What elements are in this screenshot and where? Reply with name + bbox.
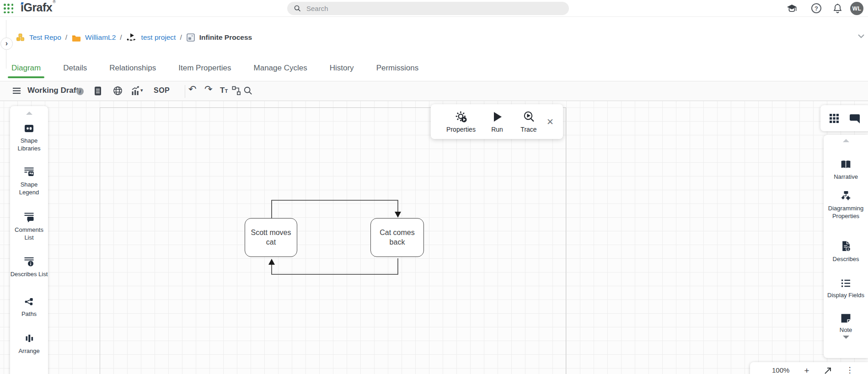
working-draft-label[interactable]: Working Draft (27, 86, 79, 95)
search-input[interactable] (306, 5, 553, 12)
paths-icon (24, 297, 35, 307)
chart-dropdown-caret-icon[interactable]: ▾ (140, 87, 143, 93)
play-icon (492, 111, 503, 123)
diagram-connectors[interactable] (0, 101, 868, 374)
item-tabs: Diagram Details Relationships Item Prope… (11, 55, 418, 81)
text-tool-icon[interactable]: TT (220, 86, 228, 95)
user-avatar[interactable]: WL (850, 2, 863, 15)
tab-history[interactable]: History (330, 55, 354, 81)
app-grid-icon[interactable] (4, 4, 14, 14)
registered-mark: ® (53, 0, 55, 4)
breadcrumb-project-link[interactable]: test project (141, 33, 176, 42)
diagram-canvas[interactable]: Scott moves cat Cat comes back Shape Lib… (0, 101, 868, 374)
breadcrumb-folder-link[interactable]: WilliamL2 (85, 33, 116, 42)
tab-diagram[interactable]: Diagram (11, 55, 41, 81)
display-fields-button[interactable]: Display Fields (827, 278, 864, 299)
folder-icon (71, 33, 81, 42)
shape-libraries-icon (23, 123, 35, 134)
statistics-chart-icon[interactable] (131, 86, 140, 96)
toolbar-separator (185, 85, 185, 98)
diagram-toolbar: Working Draft i ▾ SOP ↶ ↷ TT (0, 81, 868, 101)
connector-bottom (272, 258, 398, 274)
zoom-control-bar: 100% + ⋮ (750, 362, 868, 374)
comments-list-icon (23, 212, 35, 223)
breadcrumb-repo-link[interactable]: Test Repo (29, 33, 61, 42)
globe-icon[interactable] (113, 86, 123, 96)
fullscreen-icon[interactable] (824, 367, 832, 374)
document-icon[interactable] (94, 86, 102, 96)
arrange-icon (24, 333, 35, 344)
chevron-down-icon[interactable] (857, 33, 865, 39)
narrative-book-icon (840, 159, 852, 170)
academy-icon[interactable] (786, 3, 798, 14)
search-icon (294, 5, 301, 12)
diagramming-properties-button[interactable]: Diagramming Properties (824, 190, 868, 220)
tab-manage-cycles[interactable]: Manage Cycles (254, 55, 307, 81)
undo-icon[interactable]: ↶ (188, 84, 197, 95)
logo-text: iGrafx (21, 1, 52, 14)
info-icon[interactable]: i (76, 88, 84, 95)
scroll-up-icon[interactable] (843, 139, 849, 142)
comment-bubble-icon[interactable] (849, 113, 861, 124)
scroll-down-icon[interactable] (843, 336, 849, 339)
run-button[interactable]: Run (482, 111, 512, 133)
help-icon[interactable]: ? (811, 3, 821, 13)
describes-doc-icon (841, 240, 851, 252)
breadcrumb: Test Repo / WilliamL2 / test project / I… (16, 31, 252, 44)
sop-button[interactable]: SOP (154, 86, 170, 95)
tab-relationships[interactable]: Relationships (109, 55, 156, 81)
grid-view-icon[interactable] (829, 113, 840, 124)
arrange-button[interactable]: Arrange (18, 333, 39, 355)
connector-tool-icon[interactable] (231, 85, 241, 96)
comments-list-button[interactable]: Comments List (10, 212, 48, 241)
diagram-shape-scott-moves-cat[interactable]: Scott moves cat (245, 218, 297, 257)
note-icon (840, 313, 852, 323)
repository-icon (16, 33, 25, 42)
redo-icon: ↷ (204, 84, 213, 95)
tab-item-properties[interactable]: Item Properties (178, 55, 231, 81)
scroll-up-icon[interactable] (26, 112, 32, 115)
arrowhead-down (395, 212, 401, 218)
note-button[interactable]: Note (840, 313, 852, 334)
diagram-shape-cat-comes-back[interactable]: Cat comes back (370, 218, 424, 257)
global-search[interactable] (287, 2, 569, 15)
breadcrumb-separator: / (180, 33, 182, 42)
paths-button[interactable]: Paths (21, 297, 37, 318)
process-icon (186, 33, 195, 42)
display-fields-icon (840, 278, 852, 288)
left-tool-panel: Shape Libraries Shape Legend Comments Li… (10, 106, 48, 374)
project-icon (126, 32, 137, 43)
breadcrumb-current-item: Infinite Process (199, 33, 252, 42)
zoom-in-icon[interactable]: + (804, 366, 809, 374)
top-header: iGrafx® ? WL (0, 0, 868, 17)
describes-list-button[interactable]: Describes List (11, 256, 48, 278)
close-icon[interactable]: ✕ (547, 117, 554, 127)
right-tool-panel: Narrative Diagramming Properties Describ… (824, 135, 868, 358)
trace-magnifier-icon (523, 111, 535, 123)
breadcrumb-separator: / (120, 33, 122, 42)
find-shape-icon[interactable] (243, 86, 252, 95)
notifications-bell-icon[interactable] (832, 3, 843, 14)
describes-list-icon (23, 256, 35, 267)
arrowhead-up (268, 259, 275, 265)
connector-top (272, 200, 398, 218)
tab-details[interactable]: Details (63, 55, 87, 81)
gear-play-icon (455, 111, 467, 123)
zoom-level[interactable]: 100% (772, 366, 789, 374)
menu-icon[interactable] (12, 87, 21, 94)
shape-legend-icon (23, 166, 35, 177)
more-options-icon[interactable]: ⋮ (846, 366, 853, 374)
igrafx-logo: iGrafx® (21, 1, 55, 14)
shape-legend-button[interactable]: Shape Legend (10, 166, 48, 196)
breadcrumb-separator: / (65, 33, 67, 42)
properties-button[interactable]: Properties (440, 111, 482, 133)
trace-button[interactable]: Trace (512, 111, 545, 133)
shape-libraries-button[interactable]: Shape Libraries (10, 123, 48, 152)
right-view-switcher (820, 105, 868, 131)
shape-context-toolbar: Properties Run Trace ✕ (431, 104, 563, 139)
describes-button[interactable]: Describes (833, 240, 859, 263)
expand-sidebar-button[interactable]: › (0, 37, 13, 50)
tab-permissions[interactable]: Permissions (376, 55, 419, 81)
diagramming-properties-icon (840, 190, 852, 201)
narrative-button[interactable]: Narrative (834, 159, 858, 181)
